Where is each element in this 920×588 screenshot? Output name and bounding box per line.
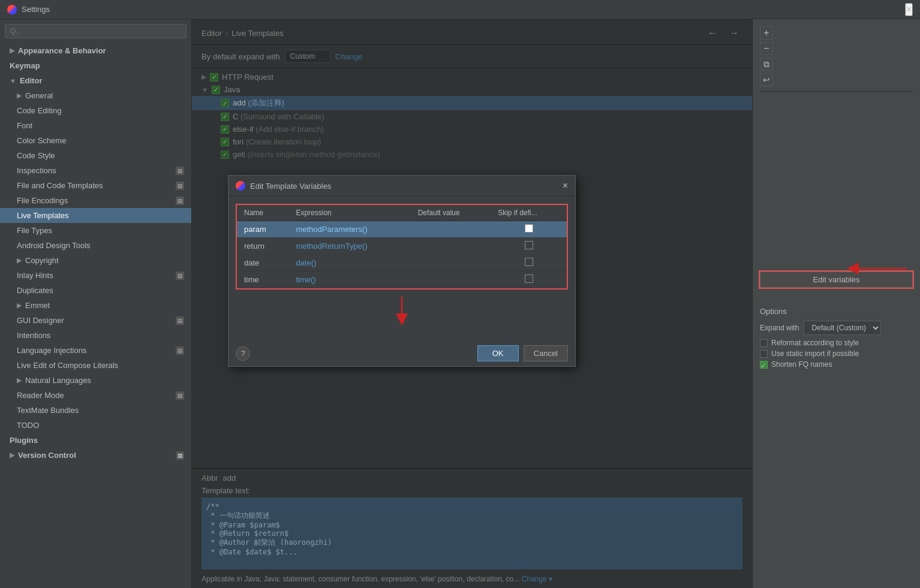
sidebar-item-copyright[interactable]: ▶ Copyright: [0, 253, 191, 268]
dialog-app-icon: [236, 181, 245, 191]
sidebar-item-plugins[interactable]: Plugins: [0, 433, 191, 448]
edit-template-dialog: Edit Template Variables × Name Expressio…: [228, 175, 576, 367]
sidebar-item-file-encodings[interactable]: File Encodings ▤: [0, 193, 191, 208]
badge-icon: ▤: [176, 197, 184, 205]
sidebar-item-general[interactable]: ▶ General: [0, 88, 191, 103]
sidebar-item-code-style[interactable]: Code Style: [0, 148, 191, 163]
sidebar-item-inspections[interactable]: Inspections ▤: [0, 163, 191, 178]
sidebar-item-appearance[interactable]: ▶ Appearance & Behavior: [0, 43, 191, 58]
copy-button[interactable]: ⧉: [760, 58, 773, 71]
title-bar: Settings ×: [0, 0, 920, 19]
skip-checkbox[interactable]: [525, 241, 533, 249]
cell-default: [411, 272, 491, 288]
sidebar-item-editor[interactable]: ▼ Editor: [0, 73, 191, 88]
sidebar-item-emmet[interactable]: ▶ Emmet: [0, 298, 191, 313]
cell-name: date: [237, 255, 288, 272]
cell-expression: methodReturnType(): [288, 238, 410, 255]
sidebar-item-color-scheme[interactable]: Color Scheme: [0, 133, 191, 148]
sidebar-item-live-templates[interactable]: Live Templates: [0, 208, 191, 223]
cell-name: time: [237, 272, 288, 288]
cancel-button[interactable]: Cancel: [524, 345, 568, 361]
sidebar-item-file-types[interactable]: File Types: [0, 223, 191, 238]
skip-checkbox[interactable]: [525, 224, 533, 233]
dialog-table-wrapper: Name Expression Default value Skip if de…: [236, 204, 568, 290]
cell-expression: time(): [288, 272, 410, 288]
cell-default: [411, 221, 491, 238]
close-button[interactable]: ×: [905, 3, 913, 16]
expand-with-row: Expand with Default (Custom): [760, 321, 913, 335]
arrow-icon: ▶: [17, 257, 22, 264]
content-area: Editor › Live Templates ← → By default e…: [192, 19, 752, 588]
sidebar-item-reader-mode[interactable]: Reader Mode ▤: [0, 388, 191, 403]
cell-skip: [491, 255, 567, 272]
badge-icon: ▤: [176, 391, 184, 400]
sidebar-item-font[interactable]: Font: [0, 118, 191, 133]
arrow-icon: ▶: [17, 92, 22, 99]
arrow-icon: ▶: [10, 47, 14, 55]
arrow-icon: ▶: [10, 451, 14, 459]
table-row[interactable]: date date(): [237, 255, 567, 272]
sidebar-item-gui-designer[interactable]: GUI Designer ▤: [0, 313, 191, 328]
annotation-arrow: [384, 297, 420, 327]
window-title: Settings: [22, 5, 50, 14]
ok-button[interactable]: OK: [477, 345, 519, 361]
arrow-icon: ▶: [17, 301, 22, 309]
badge-icon: ▤: [176, 451, 184, 460]
col-expression: Expression: [288, 205, 410, 221]
arrow-icon: ▼: [10, 77, 16, 85]
badge-icon: ▤: [176, 272, 184, 280]
col-default: Default value: [411, 205, 491, 221]
sidebar-item-keymap[interactable]: Keymap: [0, 58, 191, 73]
cell-expression: date(): [288, 255, 410, 272]
checkbox-static-import: Use static import if possible: [760, 349, 913, 358]
sidebar-item-textmate-bundles[interactable]: TextMate Bundles: [0, 403, 191, 418]
sidebar-item-todo[interactable]: TODO: [0, 418, 191, 433]
expand-with-select[interactable]: Default (Custom): [804, 321, 881, 335]
col-name: Name: [237, 205, 288, 221]
sidebar-item-intentions[interactable]: Intentions: [0, 328, 191, 343]
skip-checkbox[interactable]: [525, 258, 533, 266]
cell-skip: [491, 238, 567, 255]
badge-icon: ▤: [176, 167, 184, 175]
checkbox-reformat: Reformat according to style: [760, 339, 913, 347]
arrow-icon: ▶: [17, 376, 22, 384]
cell-expression: methodParameters(): [288, 221, 410, 238]
dialog-overlay: Edit Template Variables × Name Expressio…: [192, 19, 752, 588]
static-import-checkbox[interactable]: [760, 350, 768, 358]
shorten-fq-checkbox[interactable]: ✓: [760, 361, 768, 369]
sidebar-item-version-control[interactable]: ▶ Version Control ▤: [0, 448, 191, 463]
expand-with-label: Expand with: [760, 324, 799, 332]
sidebar-item-language-injections[interactable]: Language Injections ▤: [0, 343, 191, 358]
badge-icon: ▤: [176, 346, 184, 355]
sidebar-item-file-code-templates[interactable]: File and Code Templates ▤: [0, 178, 191, 193]
sidebar-item-android-design-tools[interactable]: Android Design Tools: [0, 238, 191, 253]
add-button[interactable]: +: [760, 26, 773, 40]
cell-skip: [491, 272, 567, 288]
help-button[interactable]: ?: [236, 346, 250, 361]
search-input[interactable]: [5, 24, 187, 38]
sidebar-item-inlay-hints[interactable]: Inlay Hints ▤: [0, 268, 191, 283]
remove-button[interactable]: −: [760, 42, 773, 55]
undo-button[interactable]: ↩: [760, 73, 773, 86]
table-row[interactable]: param methodParameters(): [237, 221, 567, 238]
skip-checkbox[interactable]: [525, 275, 533, 283]
sidebar-item-code-editing[interactable]: Code Editing: [0, 103, 191, 118]
dialog-title-bar: Edit Template Variables ×: [229, 176, 575, 197]
checkbox-shorten-fq: ✓ Shorten FQ names: [760, 360, 913, 369]
reformat-checkbox[interactable]: [760, 339, 768, 347]
dialog-close-button[interactable]: ×: [563, 180, 568, 191]
sidebar-item-live-edit[interactable]: Live Edit of Compose Literals: [0, 358, 191, 373]
dialog-footer: ? OK Cancel: [229, 340, 575, 366]
dialog-title-text: Edit Template Variables: [250, 182, 331, 191]
right-panel: + − ⧉ ↩ Edit variables Options Expand wi…: [752, 19, 920, 588]
sidebar-item-duplicates[interactable]: Duplicates: [0, 283, 191, 298]
options-title: Options: [760, 307, 913, 316]
dialog-body: Name Expression Default value Skip if de…: [229, 197, 575, 340]
sidebar: ▶ Appearance & Behavior Keymap ▼ Editor …: [0, 19, 192, 588]
badge-icon: ▤: [176, 182, 184, 190]
col-skip: Skip if defi...: [491, 205, 567, 221]
sidebar-item-natural-languages[interactable]: ▶ Natural Languages: [0, 373, 191, 388]
table-row[interactable]: return methodReturnType(): [237, 238, 567, 255]
cell-default: [411, 255, 491, 272]
table-row[interactable]: time time(): [237, 272, 567, 288]
